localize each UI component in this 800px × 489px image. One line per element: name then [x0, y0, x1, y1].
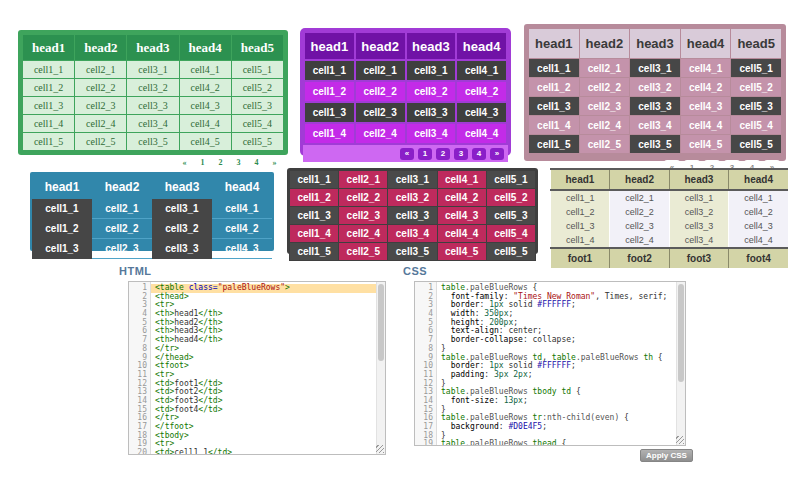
pagination-button[interactable]: 1 [418, 148, 432, 160]
column-header: head1 [305, 33, 354, 59]
table-cell: cell1_3 [32, 239, 92, 259]
resize-grip-icon[interactable] [676, 436, 684, 444]
table-cell: cell3_3 [388, 207, 437, 225]
line-number: 4 [129, 310, 151, 319]
table-cell: cell1_3 [305, 103, 354, 122]
resize-grip-icon[interactable] [376, 445, 384, 453]
pale-table: head1 head2 head3 head4 cell1_1cell2_1ce… [550, 168, 788, 257]
table-cell: cell4_2 [179, 79, 231, 97]
pagination-button[interactable]: 4 [249, 156, 264, 169]
table-cell: cell2_2 [579, 78, 630, 97]
table-cell: cell4_3 [457, 103, 506, 122]
table-row: cell1_3cell2_3cell3_3cell4_3cell5_3 [529, 97, 782, 116]
scrollbar[interactable] [376, 282, 385, 454]
column-header: head5 [231, 35, 283, 61]
pagination-button[interactable]: « [400, 148, 414, 160]
pale-table-grid: head1 head2 head3 head4 cell1_1cell2_1ce… [550, 170, 788, 268]
table-cell: cell3_1 [127, 61, 179, 79]
pagination-button[interactable]: « [177, 156, 192, 169]
code-text: <thead> [151, 293, 377, 302]
table-cell: cell1_3 [23, 97, 75, 115]
table-cell: cell2_4 [356, 124, 405, 143]
table-cell: cell3_2 [127, 79, 179, 97]
table-cell: cell3_5 [127, 133, 179, 151]
table-row: cell1_4cell2_4cell3_4cell4_4cell5_4 [23, 115, 284, 133]
table-cell: cell4_1 [457, 61, 506, 80]
table-cell: cell4_1 [437, 171, 486, 189]
column-header: head4 [457, 33, 506, 59]
table-cell: cell1_1 [23, 61, 75, 79]
pagination-button[interactable]: 1 [195, 156, 210, 169]
code-text: table.paleBlueRows thead { [437, 440, 677, 446]
table-cell: cell3_3 [152, 239, 212, 259]
scrollbar[interactable] [676, 282, 685, 445]
pagination-button[interactable]: 3 [454, 148, 468, 160]
crimson-table-grid: cell1_1cell2_1cell3_1cell4_1cell5_1cell1… [289, 170, 536, 261]
scrollbar-thumb[interactable] [378, 284, 384, 361]
pagination-button[interactable]: 2 [213, 156, 228, 169]
table-cell: cell4_2 [457, 82, 506, 101]
line-number: 1 [415, 284, 437, 293]
table-cell: cell4_5 [179, 133, 231, 151]
code-text: border-collapse: collapse; [437, 336, 677, 345]
table-cell: cell2_5 [579, 135, 630, 154]
table-cell: cell2_4 [579, 116, 630, 135]
html-code-editor[interactable]: 1<table class="paleBlueRows">2<thead>3<t… [128, 281, 386, 455]
table-cell: cell1_3 [290, 207, 339, 225]
table-cell: cell3_2 [152, 219, 212, 239]
column-header: head3 [407, 33, 456, 59]
table-row: cell1_3cell2_3cell3_3cell4_3 [305, 103, 506, 122]
code-line: 14 font-size: 13px; [415, 397, 677, 406]
table-cell: cell2_4 [610, 233, 669, 248]
table-row: cell1_3cell2_3cell3_3cell4_3 [32, 239, 272, 259]
code-line: 7 border-collapse: collapse; [415, 336, 677, 345]
column-header: head1 [32, 174, 92, 199]
table-cell: cell2_3 [75, 97, 127, 115]
css-code-editor[interactable]: 1table.paleBlueRows {2 font-family: "Tim… [414, 281, 686, 446]
pagination-button[interactable]: 4 [472, 148, 486, 160]
table-cell: cell1_3 [529, 97, 580, 116]
pagination-button[interactable]: » [490, 148, 504, 160]
table-cell: cell3_3 [669, 219, 728, 233]
table-row: cell1_3cell2_3cell3_3cell4_3cell5_3 [290, 207, 536, 225]
pagination-button[interactable]: 3 [231, 156, 246, 169]
table-cell: cell5_1 [231, 61, 283, 79]
table-cell: cell1_4 [529, 116, 580, 135]
scrollbar-thumb[interactable] [678, 284, 684, 382]
table-cell: cell4_4 [680, 116, 731, 135]
footer-cell: foot3 [669, 248, 728, 268]
table-header-row: head1 head2 head3 head4 [305, 33, 506, 59]
column-header: head4 [212, 174, 272, 199]
table-cell: cell3_4 [669, 233, 728, 248]
line-number: 20 [129, 449, 151, 455]
table-cell: cell1_5 [290, 243, 339, 261]
table-cell: cell4_5 [437, 243, 486, 261]
code-text: <th>head4</th> [151, 336, 377, 345]
column-header: head1 [529, 29, 580, 59]
line-number: 8 [415, 345, 437, 354]
table-cell: cell1_4 [551, 233, 610, 248]
table-cell: cell3_3 [630, 97, 681, 116]
table-cell: cell1_1 [305, 61, 354, 80]
line-number: 1 [129, 284, 151, 293]
table-cell: cell2_3 [339, 207, 388, 225]
mauve-table: head1 head2 head3 head4 head5 cell1_1cel… [524, 24, 786, 161]
html-panel-label: HTML [119, 265, 152, 277]
pagination-button[interactable]: 2 [436, 148, 450, 160]
table-cell: cell2_3 [610, 219, 669, 233]
table-cell: cell5_5 [486, 243, 535, 261]
line-number: 4 [415, 310, 437, 319]
table-cell: cell2_4 [75, 115, 127, 133]
pagination-button[interactable]: » [267, 156, 282, 169]
table-cell: cell1_2 [551, 205, 610, 219]
table-row: cell1_4cell2_4cell3_4cell4_4cell5_4 [290, 225, 536, 243]
column-header: head2 [92, 174, 152, 199]
apply-css-button[interactable]: Apply CSS [640, 449, 693, 462]
table-row: cell1_5cell2_5cell3_5cell4_5cell5_5 [290, 243, 536, 261]
table-cell: cell1_1 [290, 171, 339, 189]
line-number: 8 [129, 345, 151, 354]
table-cell: cell1_3 [551, 219, 610, 233]
table-header-row: head1 head2 head3 head4 head5 [23, 35, 284, 61]
code-text: background: #D0E4F5; [437, 423, 677, 432]
column-header: head4 [680, 29, 731, 59]
